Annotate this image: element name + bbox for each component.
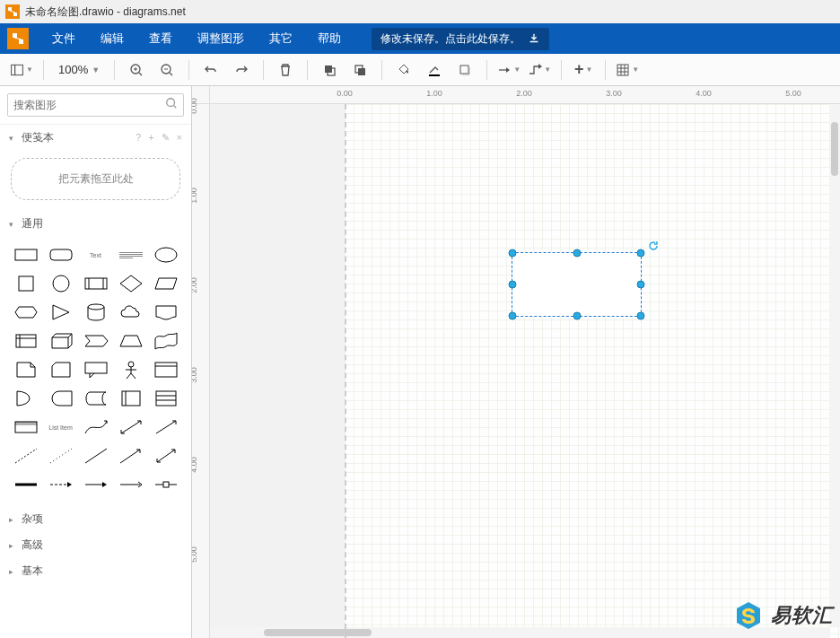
scratchpad-edit[interactable]: ✎ [162,132,170,144]
shape-parallelogram[interactable] [149,271,182,296]
shape-trapezoid[interactable] [114,328,147,354]
resize-handle-ne[interactable] [637,249,645,258]
selected-shape[interactable] [512,252,642,317]
svg-line-46 [131,373,136,379]
rotate-handle-icon[interactable] [648,239,659,249]
shape-line-bidir[interactable] [149,443,182,468]
shape-list-header[interactable] [9,415,42,440]
shape-line[interactable] [79,443,112,468]
section-misc[interactable]: ▸ 杂项 [0,506,191,532]
shape-list[interactable] [149,386,182,411]
shape-cylinder[interactable] [79,300,112,325]
chevron-down-icon: ▾ [9,220,18,229]
scrollbar-thumb[interactable] [264,629,372,636]
menu-edit[interactable]: 编辑 [88,23,136,54]
shape-actor[interactable] [114,357,147,382]
zoom-out-button[interactable] [154,57,179,83]
shape-rectangle[interactable] [9,242,42,267]
shape-curve[interactable] [79,415,112,440]
resize-handle-nw[interactable] [509,249,517,258]
shape-diamond[interactable] [114,271,147,296]
resize-handle-w[interactable] [509,281,517,289]
shape-arrow[interactable] [149,415,182,440]
shape-data-storage[interactable] [79,386,112,411]
shape-dotted-line[interactable] [44,443,77,468]
shape-container[interactable] [149,357,182,382]
zoom-select[interactable]: 100% ▼ [53,63,105,76]
scratchpad-add[interactable]: + [148,132,153,144]
redo-button[interactable] [229,57,254,83]
shape-connector-dashed[interactable] [44,472,77,497]
shape-card[interactable] [44,357,77,382]
shape-callout[interactable] [79,357,112,382]
table-button[interactable]: ▼ [615,57,640,83]
chevron-right-icon: ▸ [9,567,18,576]
resize-handle-se[interactable] [637,312,645,320]
shape-tape[interactable] [149,328,182,354]
menu-extras[interactable]: 其它 [257,23,305,54]
section-basic[interactable]: ▸ 基本 [0,558,191,584]
shape-document[interactable] [149,300,182,325]
shape-container-v[interactable] [114,386,147,411]
to-front-button[interactable] [317,57,342,83]
scrollbar-thumb[interactable] [831,122,838,176]
menu-arrange[interactable]: 调整图形 [185,23,257,54]
canvas[interactable]: 0.00 1.00 2.00 3.00 4.00 5.00 0.00 1.00 … [192,86,840,638]
shape-connector-thin[interactable] [114,472,147,497]
shape-circle[interactable] [44,271,77,296]
shape-note[interactable] [9,357,42,382]
shape-cloud[interactable] [114,300,147,325]
menu-help[interactable]: 帮助 [305,23,354,54]
shape-connector-solid[interactable] [79,472,112,497]
shape-connector-relation[interactable] [149,472,182,497]
shape-bidirectional-arrow[interactable] [114,415,147,440]
app-logo-icon [5,4,20,19]
shape-rounded-rectangle[interactable] [44,242,77,267]
section-scratchpad[interactable]: ▾ 便笺本 ? + ✎ × [0,125,191,151]
resize-handle-e[interactable] [637,281,645,289]
view-mode-button[interactable]: ▼ [9,57,34,83]
resize-handle-n[interactable] [573,249,581,258]
shape-line-arrow[interactable] [114,443,147,468]
fill-color-button[interactable] [391,57,416,83]
search-box[interactable] [7,93,184,117]
shape-cube[interactable] [44,328,77,354]
shape-and[interactable] [44,386,77,411]
to-back-button[interactable] [347,57,372,83]
scratchpad-close[interactable]: × [177,132,182,144]
section-general[interactable]: ▾ 通用 [0,211,191,237]
shape-textbox[interactable] [114,242,147,267]
menu-view[interactable]: 查看 [136,23,185,54]
download-icon [528,32,540,45]
scratchpad-dropzone[interactable]: 把元素拖至此处 [11,158,180,200]
search-input[interactable] [13,99,165,111]
save-banner[interactable]: 修改未保存。点击此处保存。 [372,28,549,50]
insert-button[interactable]: +▼ [571,57,596,83]
section-advanced[interactable]: ▸ 高级 [0,532,191,558]
shape-hexagon[interactable] [9,300,42,325]
shape-thick-line[interactable] [9,472,42,497]
resize-handle-s[interactable] [573,312,581,320]
shape-internal-storage[interactable] [9,328,42,354]
resize-handle-sw[interactable] [509,312,517,320]
shadow-button[interactable] [452,57,477,83]
delete-button[interactable] [273,57,298,83]
scratchpad-help[interactable]: ? [136,132,141,144]
zoom-in-button[interactable] [124,57,149,83]
line-color-button[interactable] [422,57,447,83]
scrollbar-vertical[interactable] [829,104,840,627]
shape-ellipse[interactable] [149,242,182,267]
menu-file[interactable]: 文件 [39,23,88,54]
shape-triangle[interactable] [44,300,77,325]
shape-text[interactable]: Text [79,242,112,267]
shape-process[interactable] [79,271,112,296]
shape-or[interactable] [9,386,42,411]
shape-square[interactable] [9,271,42,296]
waypoints-button[interactable]: ▼ [527,57,552,83]
shape-dashed-line[interactable] [9,443,42,468]
shape-list-item[interactable]: List Item [44,415,77,440]
connection-button[interactable]: ▼ [496,57,521,83]
separator [114,60,115,80]
shape-step[interactable] [79,328,112,354]
undo-button[interactable] [198,57,223,83]
